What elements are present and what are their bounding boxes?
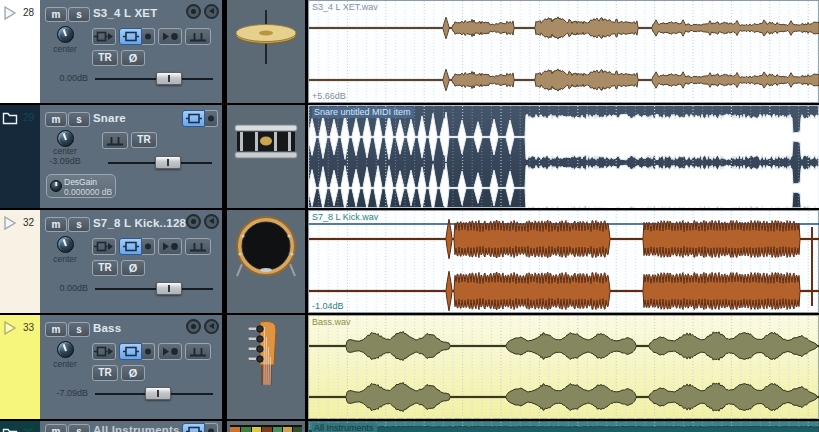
solo-button[interactable]: s	[68, 322, 90, 337]
pan-label: center	[40, 359, 90, 369]
media-item[interactable]: Bass.wav	[308, 315, 819, 419]
monitor-io-button-group	[119, 28, 155, 45]
play-record-mode-button[interactable]	[158, 238, 182, 255]
monitor-button[interactable]	[204, 319, 219, 334]
trim-button[interactable]: TR	[92, 260, 118, 276]
volume-fader[interactable]	[95, 386, 213, 401]
play-record-mode-button[interactable]	[158, 343, 182, 360]
record-arm-button[interactable]	[186, 4, 201, 19]
track-channels-button[interactable]	[185, 343, 211, 360]
io-mode-active-button[interactable]	[119, 238, 142, 255]
track-channels-button[interactable]	[102, 132, 128, 149]
track-color-strip: 32	[0, 210, 40, 313]
track-number: 35	[0, 428, 34, 432]
track-name: S7_8 L Kick..128	[93, 217, 186, 229]
track-row-33: 33 m s Bass center -7.09dB	[0, 315, 819, 419]
solo-button[interactable]: s	[68, 217, 90, 232]
record-arm-button[interactable]	[186, 319, 201, 334]
item-name-label: S7_8 L Kick.wav	[312, 212, 378, 222]
media-item[interactable]: S7_8 L Kick.wav -1.04dB	[308, 210, 819, 313]
mute-button[interactable]: m	[45, 424, 67, 432]
track-name: All Instruments	[93, 424, 180, 432]
pan-knob[interactable]	[57, 341, 74, 358]
item-name-label: All Instruments	[312, 423, 377, 432]
monitor-io-button-group	[119, 238, 155, 255]
pan-knob[interactable]	[57, 130, 74, 147]
trim-button[interactable]: TR	[131, 132, 157, 148]
phase-button[interactable]: Ø	[121, 365, 145, 381]
mute-button[interactable]: m	[45, 7, 67, 22]
trim-button[interactable]: TR	[92, 50, 118, 66]
io-mode-active-button[interactable]	[182, 423, 205, 432]
record-arm-button[interactable]	[186, 214, 201, 229]
item-gain-label: -1.04dB	[312, 301, 344, 311]
fx-param-desgain[interactable]: DesGain 0.000000 dB	[46, 174, 116, 198]
mute-button[interactable]: m	[45, 322, 67, 337]
track-color-strip: 29	[0, 105, 40, 208]
track-image-kick-drum	[227, 210, 305, 313]
volume-fader[interactable]	[108, 155, 212, 170]
monitor-button[interactable]	[204, 4, 219, 19]
track-row-35: 35 m s All Instruments	[0, 421, 819, 432]
fader-handle[interactable]	[145, 387, 171, 400]
monitor-io-button-group	[182, 423, 218, 432]
phase-button[interactable]: Ø	[121, 260, 145, 276]
media-item[interactable]: S3_4 L XET.wav +5.66dB	[308, 0, 819, 103]
track-row-28: 28 m s S3_4 L XET center 0.00dB	[0, 0, 819, 103]
waveform	[309, 211, 819, 313]
item-gain-label: +5.66dB	[312, 91, 346, 101]
fx-param-name: DesGain	[64, 177, 97, 187]
monitor-button[interactable]	[204, 214, 219, 229]
track-row-29: 29 m s Snare center -3.09dB	[0, 105, 819, 208]
track-image-snare-drum	[227, 105, 305, 208]
volume-fader[interactable]	[95, 281, 213, 296]
fader-handle[interactable]	[156, 72, 182, 85]
pan-knob[interactable]	[57, 236, 74, 253]
io-dot-button[interactable]	[205, 423, 218, 432]
media-item[interactable]: Snare untitled MIDI item	[308, 105, 819, 208]
volume-value: 0.00dB	[42, 73, 88, 83]
solo-button[interactable]: s	[68, 424, 90, 432]
pan-label: center	[40, 44, 90, 54]
track-color-strip: 28	[0, 0, 40, 103]
track-number: 32	[0, 217, 34, 228]
io-dot-button[interactable]	[205, 110, 218, 127]
fader-track-line	[95, 288, 213, 290]
io-mode-active-button[interactable]	[182, 110, 205, 127]
io-mode-active-button[interactable]	[119, 28, 142, 45]
phase-button[interactable]: Ø	[121, 50, 145, 66]
track-image-cymbal	[227, 0, 305, 103]
volume-fader[interactable]	[95, 71, 213, 86]
fx-param-value: 0.000000 dB	[64, 187, 112, 197]
fx-param-knob[interactable]	[50, 180, 62, 192]
volume-value: 0.00dB	[42, 283, 88, 293]
play-record-mode-button[interactable]	[158, 28, 182, 45]
track-channels-button[interactable]	[185, 238, 211, 255]
fader-handle[interactable]	[156, 282, 182, 295]
waveform	[309, 106, 819, 208]
io-dot-button[interactable]	[142, 238, 155, 255]
monitor-io-button-group	[182, 110, 218, 127]
record-input-mode-button[interactable]	[92, 343, 116, 360]
track-control-panel: m s Bass center -7.09dB	[40, 315, 222, 419]
track-name: S3_4 L XET	[93, 7, 157, 19]
mute-button[interactable]: m	[45, 112, 67, 127]
trim-button[interactable]: TR	[92, 365, 118, 381]
track-row-32: 32 m s S7_8 L Kick..128 center 0.00dB	[0, 210, 819, 313]
track-name: Bass	[93, 322, 121, 334]
fader-handle[interactable]	[155, 156, 181, 169]
record-input-mode-button[interactable]	[92, 28, 116, 45]
io-dot-button[interactable]	[142, 28, 155, 45]
mute-button[interactable]: m	[45, 217, 67, 232]
media-item[interactable]: All Instruments	[308, 421, 819, 432]
record-input-mode-button[interactable]	[92, 238, 116, 255]
monitor-io-button-group	[119, 343, 155, 360]
solo-button[interactable]: s	[68, 112, 90, 127]
track-name: Snare	[93, 112, 126, 124]
solo-button[interactable]: s	[68, 7, 90, 22]
io-dot-button[interactable]	[142, 343, 155, 360]
pan-knob[interactable]	[57, 26, 74, 43]
track-channels-button[interactable]	[185, 28, 211, 45]
io-mode-active-button[interactable]	[119, 343, 142, 360]
item-name-label: Snare untitled MIDI item	[312, 107, 414, 118]
